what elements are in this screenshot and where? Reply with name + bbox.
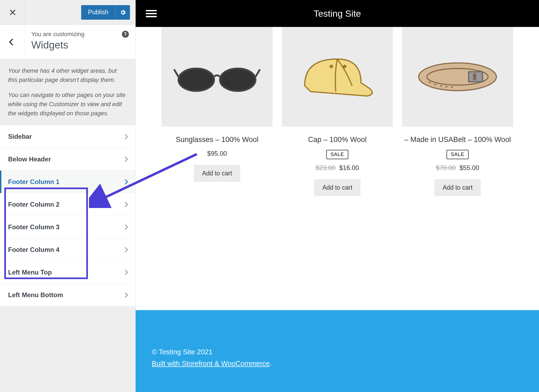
current-price: $16.00: [339, 164, 359, 171]
chevron-left-icon: [9, 39, 16, 45]
old-price: $23.00: [316, 164, 335, 171]
site-footer: © Testing Site 2021 Built with Storefron…: [136, 310, 539, 392]
widget-area-label: Footer Column 4: [8, 246, 60, 254]
sale-badge: SALE: [447, 150, 469, 159]
product-card: – Made in USABelt – 100% WoolSALE$70.00$…: [402, 27, 513, 294]
close-icon: [9, 9, 16, 16]
product-title[interactable]: – Made in USABelt – 100% Wool: [402, 135, 513, 145]
products-grid: Sunglasses – 100% Wool$95.00Add to cartC…: [136, 27, 539, 310]
site-title: Testing Site: [314, 8, 361, 19]
chevron-right-icon: [123, 202, 128, 207]
widget-area-item[interactable]: Left Menu Bottom: [0, 284, 135, 306]
widget-area-label: Footer Column 2: [8, 201, 60, 208]
chevron-right-icon: [123, 224, 128, 230]
chevron-right-icon: [123, 179, 128, 185]
add-to-cart-button[interactable]: Add to cart: [314, 179, 360, 196]
gear-icon: [120, 9, 126, 16]
customizer-topbar: Publish: [0, 0, 135, 25]
product-card: Cap – 100% WoolSALE$23.00$16.00Add to ca…: [282, 27, 393, 294]
back-button[interactable]: [0, 25, 25, 59]
chevron-right-icon: [123, 134, 128, 139]
header-title: Widgets: [31, 39, 129, 51]
svg-point-12: [451, 86, 453, 88]
widget-area-label: Left Menu Top: [8, 269, 52, 276]
sale-badge: SALE: [326, 150, 348, 159]
desc-line-1: Your theme has 4 other widget areas, but…: [8, 66, 127, 85]
svg-point-1: [220, 68, 256, 91]
product-image[interactable]: [162, 27, 273, 127]
product-price: $70.00$55.00: [402, 164, 513, 172]
product-title[interactable]: Cap – 100% Wool: [282, 135, 393, 145]
footer-copyright: © Testing Site 2021: [152, 348, 523, 356]
widget-area-list: SidebarBelow HeaderFooter Column 1Footer…: [0, 125, 135, 306]
add-to-cart-button[interactable]: Add to cart: [434, 179, 480, 196]
svg-rect-7: [474, 74, 476, 80]
svg-point-8: [429, 82, 431, 83]
widget-area-item[interactable]: Footer Column 4: [0, 238, 135, 261]
current-price: $95.00: [207, 150, 227, 157]
widget-area-item[interactable]: Footer Column 3: [0, 216, 135, 238]
product-card: Sunglasses – 100% Wool$95.00Add to cart: [162, 27, 273, 294]
old-price: $70.00: [436, 164, 456, 171]
svg-point-0: [178, 68, 214, 91]
customizer-panel: Publish You are customizing Widgets ? Yo…: [0, 0, 136, 392]
widget-area-label: Below Header: [8, 155, 51, 163]
menu-button[interactable]: [146, 8, 157, 19]
svg-point-2: [330, 65, 333, 68]
product-image[interactable]: [282, 27, 393, 127]
publish-settings-button[interactable]: [115, 5, 130, 20]
widget-area-item[interactable]: Footer Column 1: [0, 171, 135, 193]
svg-point-10: [440, 85, 442, 87]
svg-point-3: [344, 65, 346, 68]
publish-label: Publish: [81, 9, 115, 16]
widget-area-item[interactable]: Left Menu Top: [0, 261, 135, 284]
widget-area-item[interactable]: Footer Column 2: [0, 193, 135, 216]
chevron-right-icon: [123, 247, 128, 252]
widget-area-label: Footer Column 3: [8, 223, 60, 231]
product-price: $23.00$16.00: [282, 164, 393, 172]
preview-pane: Testing Site Sunglasses – 100% Wool$95.0…: [136, 0, 539, 392]
widget-area-item[interactable]: Sidebar: [0, 125, 135, 148]
widget-area-item[interactable]: Below Header: [0, 148, 135, 171]
add-to-cart-button[interactable]: Add to cart: [194, 165, 240, 182]
svg-point-9: [435, 84, 436, 85]
chevron-right-icon: [123, 270, 128, 275]
product-image[interactable]: [402, 27, 513, 127]
chevron-right-icon: [123, 292, 128, 298]
widget-area-label: Left Menu Bottom: [8, 291, 63, 299]
chevron-right-icon: [123, 157, 128, 162]
current-price: $55.00: [459, 164, 479, 171]
desc-line-2: You can navigate to other pages on your …: [8, 91, 127, 118]
panel-description: Your theme has 4 other widget areas, but…: [0, 59, 135, 125]
svg-point-11: [446, 86, 447, 88]
site-header: Testing Site: [136, 0, 539, 27]
publish-button[interactable]: Publish: [81, 5, 130, 20]
product-price: $95.00: [162, 150, 273, 157]
footer-credit-line: Built with Storefront & WooCommerce.: [152, 359, 523, 368]
widget-area-label: Sidebar: [8, 133, 32, 140]
panel-header: You are customizing Widgets ?: [0, 25, 135, 59]
header-subtitle: You are customizing: [31, 31, 129, 38]
help-icon[interactable]: ?: [122, 31, 129, 38]
footer-credit-link[interactable]: Built with Storefront & WooCommerce: [152, 359, 270, 367]
product-title[interactable]: Sunglasses – 100% Wool: [162, 135, 273, 145]
close-button[interactable]: [0, 0, 25, 25]
widget-area-label: Footer Column 1: [8, 178, 60, 186]
